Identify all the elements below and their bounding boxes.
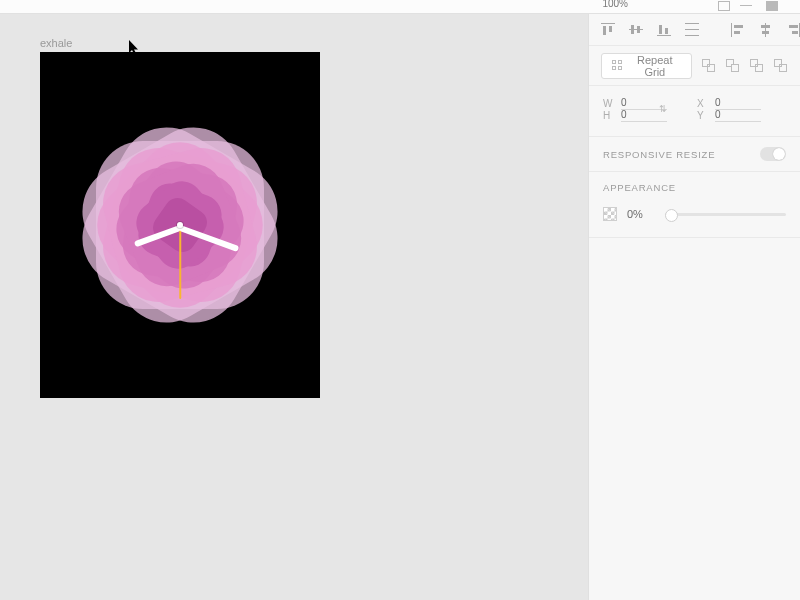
y-label: Y [697,110,707,121]
opacity-slider[interactable] [665,213,786,216]
view-icon-minimize[interactable] [740,5,752,6]
height-input[interactable]: 0 [621,109,661,120]
repeat-grid-row: Repeat Grid [589,46,800,86]
responsive-resize-label: RESPONSIVE RESIZE [603,149,715,160]
clock-second-hand [179,225,181,299]
repeat-grid-icon [612,60,623,72]
repeat-grid-label: Repeat Grid [629,54,681,78]
height-label: H [603,110,613,121]
align-bottom-icon[interactable] [657,23,671,37]
view-icon-artboard[interactable] [766,1,778,11]
distribute-v-icon[interactable] [685,23,699,37]
opacity-swatch-icon[interactable] [603,207,617,221]
responsive-resize-toggle[interactable] [760,147,786,161]
align-hcenter-icon[interactable] [759,23,773,37]
appearance-label: APPEARANCE [603,182,676,193]
view-icon-square[interactable] [718,1,730,11]
zoom-level[interactable]: 100% [602,0,628,9]
artboard[interactable] [40,52,320,398]
align-tools-row [589,14,800,46]
appearance-section: 0% [589,197,800,238]
artboard-title[interactable]: exhale [40,37,72,49]
x-label: X [697,98,707,109]
align-right-icon[interactable] [787,23,800,37]
width-input[interactable]: 0 [621,97,661,108]
y-input[interactable]: 0 [715,109,755,120]
canvas[interactable]: exhale [0,14,588,600]
width-label: W [603,98,613,109]
x-input[interactable]: 0 [715,97,755,108]
boolean-exclude-icon[interactable] [774,59,788,73]
responsive-resize-section: RESPONSIVE RESIZE [589,137,800,172]
align-top-icon[interactable] [601,23,615,37]
transform-section: W 0 X 0 ⇅ H 0 Y 0 [589,86,800,137]
clock-hub [177,222,183,228]
align-left-icon[interactable] [731,23,745,37]
repeat-grid-button[interactable]: Repeat Grid [601,53,692,79]
boolean-add-icon[interactable] [702,59,716,73]
boolean-intersect-icon[interactable] [750,59,764,73]
opacity-value[interactable]: 0% [627,208,655,220]
boolean-subtract-icon[interactable] [726,59,740,73]
appearance-section-head: APPEARANCE [589,172,800,197]
app-toolbar: 100% [0,0,800,14]
align-vmiddle-icon[interactable] [629,23,643,37]
properties-panel: Repeat Grid W 0 X 0 ⇅ H 0 Y 0 RESPONSIVE… [588,14,800,600]
